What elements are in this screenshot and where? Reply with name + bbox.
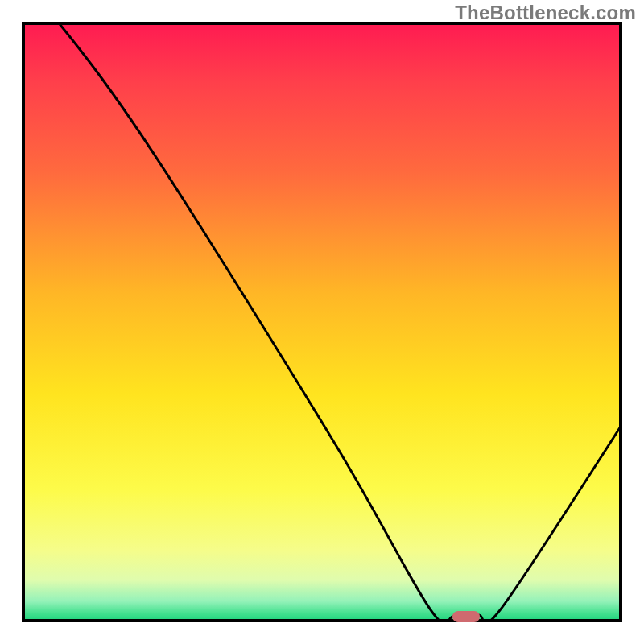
plot-area <box>22 22 622 622</box>
watermark-text: TheBottleneck.com <box>455 2 636 24</box>
chart-frame: TheBottleneck.com <box>0 0 644 644</box>
chart-svg <box>22 22 622 622</box>
chart-background <box>22 22 622 622</box>
optimal-marker <box>452 611 480 622</box>
